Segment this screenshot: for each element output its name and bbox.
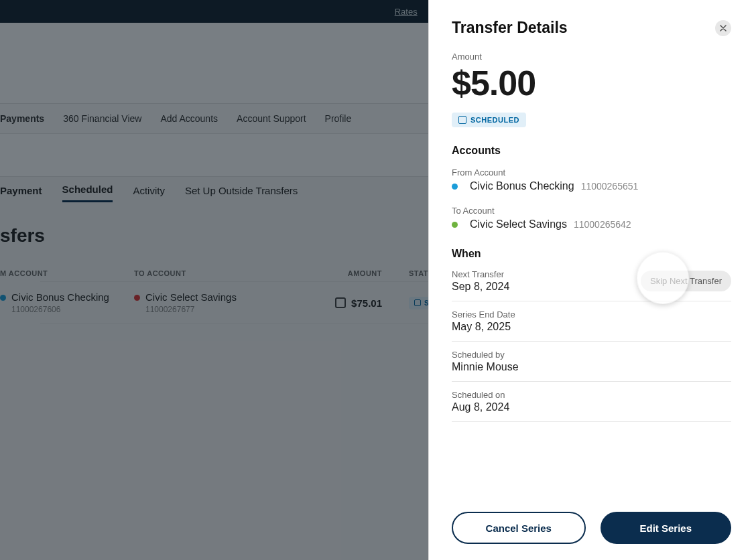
scheduled-by-value: Minnie Mouse [452,361,519,373]
amount-display: $5.00 [452,63,731,103]
from-account-label: From Account [452,167,731,178]
when-row-by: Scheduled by Minnie Mouse [452,342,731,382]
series-end-label: Series End Date [452,309,515,320]
close-icon [720,25,727,31]
accounts-heading: Accounts [452,145,731,157]
to-account-number: 11000265642 [574,219,631,230]
transfer-details-panel: Transfer Details Amount $5.00 SCHEDULED … [428,0,754,560]
when-row-end: Series End Date May 8, 2025 [452,301,731,342]
amount-label: Amount [452,52,731,62]
when-heading: When [452,248,731,260]
to-account-label: To Account [452,206,731,216]
from-account-number: 11000265651 [581,181,639,192]
scheduled-by-label: Scheduled by [452,350,519,360]
dot-icon [452,222,458,228]
scheduled-badge: SCHEDULED [452,113,526,127]
when-row-on: Scheduled on Aug 8, 2024 [452,382,731,422]
cancel-series-button[interactable]: Cancel Series [452,512,586,544]
to-account-name: Civic Select Savings [470,218,567,230]
panel-title: Transfer Details [452,19,568,37]
scheduled-on-label: Scheduled on [452,390,509,400]
edit-series-button[interactable]: Edit Series [601,512,732,544]
skip-button-label: Skip Next Transfer [650,276,722,286]
skip-next-transfer-button[interactable]: Skip Next Transfer [641,271,731,291]
dot-icon [452,184,458,190]
from-account-name: Civic Bonus Checking [470,180,574,192]
edit-button-label: Edit Series [639,522,692,534]
series-end-value: May 8, 2025 [452,321,515,333]
next-transfer-label: Next Transfer [452,269,509,279]
calendar-icon [458,116,466,124]
when-row-next: Next Transfer Sep 8, 2024 Skip Next Tran… [452,265,731,301]
next-transfer-value: Sep 8, 2024 [452,281,509,293]
scheduled-on-value: Aug 8, 2024 [452,401,509,413]
scheduled-text: SCHEDULED [470,116,519,124]
close-button[interactable] [715,20,731,36]
cancel-button-label: Cancel Series [486,522,552,534]
